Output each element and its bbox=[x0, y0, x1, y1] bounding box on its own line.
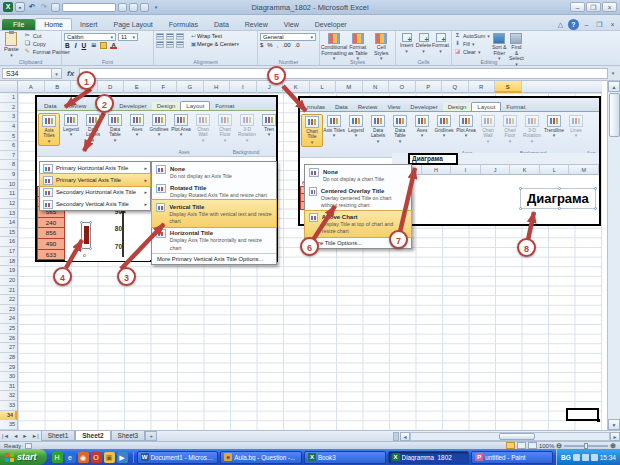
tray-icon-1[interactable] bbox=[573, 454, 580, 461]
column-header[interactable]: H bbox=[204, 81, 231, 93]
vertical-scroll-thumb[interactable] bbox=[609, 93, 620, 137]
submenu-item[interactable]: NoneDo not display an Axis Title bbox=[152, 162, 276, 181]
increase-decimal-button[interactable]: .00 bbox=[282, 42, 290, 48]
name-box[interactable]: S34 bbox=[2, 68, 52, 79]
quicklaunch-folder-icon[interactable]: ▣ bbox=[104, 452, 115, 463]
italic-button[interactable]: I bbox=[74, 42, 78, 49]
chart-layout-button[interactable]: Lines▾ bbox=[565, 114, 587, 147]
ribbon-tab[interactable]: Page Layout bbox=[105, 19, 160, 30]
borders-icon[interactable]: ⊞ bbox=[90, 42, 97, 49]
chart-layout-button[interactable]: Data Table▾ bbox=[389, 114, 411, 147]
chart-layout-button[interactable]: Data Labels▾ bbox=[82, 113, 104, 146]
column-header[interactable]: B bbox=[45, 81, 72, 93]
chart-layout-button[interactable]: Data Table▾ bbox=[104, 113, 126, 146]
ribbon-tab[interactable]: Review bbox=[237, 19, 276, 30]
ribbon-tab[interactable]: Formulas bbox=[161, 19, 206, 30]
chart-layout-button[interactable]: 3-D Rotation▾ bbox=[236, 113, 258, 146]
chart-title-selected[interactable]: Диаграма bbox=[520, 188, 596, 209]
align-bottom-icon[interactable] bbox=[176, 33, 184, 40]
row-header[interactable]: 29 bbox=[0, 363, 17, 373]
row-header[interactable]: 6 bbox=[0, 141, 17, 151]
menu-item[interactable]: Centered Overlay TitleOverlay centered T… bbox=[305, 184, 411, 210]
next-sheet-icon[interactable]: ► bbox=[20, 433, 29, 439]
font-name-combo[interactable]: Calibri▾ bbox=[64, 33, 116, 41]
insert-sheet-icon[interactable]: + bbox=[145, 431, 157, 441]
column-header[interactable]: D bbox=[98, 81, 125, 93]
chart-layout-button[interactable]: Plot Area▾ bbox=[455, 114, 477, 147]
panel-tab[interactable]: Developer bbox=[405, 103, 442, 111]
style-button[interactable]: Format as Table▾ bbox=[346, 32, 370, 61]
submenu-item[interactable]: Horizontal TitleDisplay Axis Title horiz… bbox=[152, 227, 276, 253]
horizontal-scrollbar[interactable]: ◄ ► bbox=[393, 431, 620, 442]
zoom-slider-thumb[interactable] bbox=[584, 443, 588, 449]
percent-button[interactable]: % bbox=[267, 42, 272, 48]
row-header[interactable]: 22 bbox=[0, 295, 17, 305]
comma-button[interactable]: , bbox=[277, 42, 279, 48]
column-header[interactable]: M bbox=[336, 81, 363, 93]
clear-button[interactable]: ◪Clear▾ bbox=[454, 48, 490, 55]
panel-tab[interactable]: Design bbox=[443, 103, 472, 111]
row-header[interactable]: 25 bbox=[0, 324, 17, 334]
row-header[interactable]: 33 bbox=[0, 401, 17, 411]
panel-tab[interactable]: Data bbox=[330, 103, 353, 111]
row-header[interactable]: 11 bbox=[0, 189, 17, 199]
row-header[interactable]: 31 bbox=[0, 382, 17, 392]
column-header[interactable]: P bbox=[416, 81, 443, 93]
sheet-tab[interactable]: Sheet3 bbox=[111, 431, 146, 441]
taskbar-task-button[interactable]: e Aula.bg - Question -... bbox=[220, 451, 302, 464]
selected-axis-title-box[interactable] bbox=[81, 222, 91, 249]
panel-tab[interactable]: rmulas bbox=[302, 103, 330, 111]
chart-layout-button[interactable]: Data Labels▾ bbox=[367, 114, 389, 147]
prev-sheet-icon[interactable]: ◄ bbox=[11, 433, 20, 439]
panel-tab[interactable]: Layout bbox=[471, 102, 501, 111]
column-header[interactable]: K bbox=[283, 81, 310, 93]
panel-tab[interactable]: Developer bbox=[114, 102, 151, 110]
taskbar-task-button[interactable]: X Diagramma_1802 bbox=[388, 451, 470, 464]
scroll-right-icon[interactable]: ► bbox=[610, 432, 620, 441]
last-sheet-icon[interactable]: ►| bbox=[30, 433, 41, 439]
row-header[interactable]: 12 bbox=[0, 199, 17, 209]
quicklaunch-app-icon[interactable]: H bbox=[52, 452, 63, 463]
align-center-icon[interactable] bbox=[166, 41, 174, 48]
font-color-icon[interactable]: A bbox=[110, 42, 117, 49]
row-header[interactable]: 18 bbox=[0, 257, 17, 267]
ribbon-tab[interactable]: Data bbox=[206, 19, 237, 30]
scroll-left-icon[interactable]: ◄ bbox=[400, 432, 410, 441]
tab-file[interactable]: File bbox=[2, 19, 35, 30]
align-left-icon[interactable] bbox=[156, 41, 164, 48]
row-header[interactable]: 7 bbox=[0, 151, 17, 161]
merge-center-button[interactable]: ▣Merge & Center▾ bbox=[190, 41, 239, 48]
align-right-icon[interactable] bbox=[176, 41, 184, 48]
currency-button[interactable]: $ bbox=[260, 42, 263, 48]
macro-record-icon[interactable] bbox=[25, 443, 32, 449]
page-break-view-icon[interactable] bbox=[528, 442, 537, 449]
quicklaunch-media-icon[interactable]: ▶ bbox=[117, 452, 128, 463]
chart-layout-button[interactable]: Chart Floor▾ bbox=[499, 114, 521, 147]
chart-layout-button[interactable]: 3-D Rotation▾ bbox=[521, 114, 543, 147]
font-size-combo[interactable]: 11▾ bbox=[118, 33, 138, 41]
menu-item[interactable]: Secondary Vertical Axis Title▸ bbox=[40, 198, 150, 210]
panel-tab[interactable]: Review bbox=[62, 102, 92, 110]
ribbon-tab[interactable]: View bbox=[276, 19, 307, 30]
row-header[interactable]: 5 bbox=[0, 132, 17, 142]
menu-item[interactable]: NoneDo not display a chart Title bbox=[305, 165, 411, 184]
horizontal-scroll-track[interactable] bbox=[410, 432, 610, 441]
chart-layout-button[interactable]: Chart Wall▾ bbox=[477, 114, 499, 147]
ribbon-tab[interactable]: Insert bbox=[72, 19, 106, 30]
column-header[interactable]: L bbox=[310, 81, 337, 93]
row-header[interactable]: 13 bbox=[0, 209, 17, 219]
row-header[interactable]: 16 bbox=[0, 237, 17, 247]
column-header[interactable]: S bbox=[495, 81, 522, 93]
panel-tab[interactable]: Format bbox=[210, 102, 239, 110]
align-middle-icon[interactable] bbox=[166, 33, 174, 40]
zoom-in-icon[interactable]: ⊕ bbox=[610, 443, 616, 449]
column-header[interactable]: I bbox=[230, 81, 257, 93]
chart-layout-button[interactable]: Axes▾ bbox=[411, 114, 433, 147]
workbook-minimize-icon[interactable]: – bbox=[581, 19, 592, 30]
row-header[interactable]: 17 bbox=[0, 247, 17, 257]
more-options-item[interactable]: More Primary Vertical Axis Title Options… bbox=[152, 253, 276, 264]
panel-tab[interactable]: Format bbox=[501, 103, 530, 111]
chart-layout-button[interactable]: Axis Titles▾ bbox=[38, 113, 60, 146]
formula-input[interactable] bbox=[79, 68, 608, 79]
zoom-slider[interactable] bbox=[564, 445, 608, 447]
